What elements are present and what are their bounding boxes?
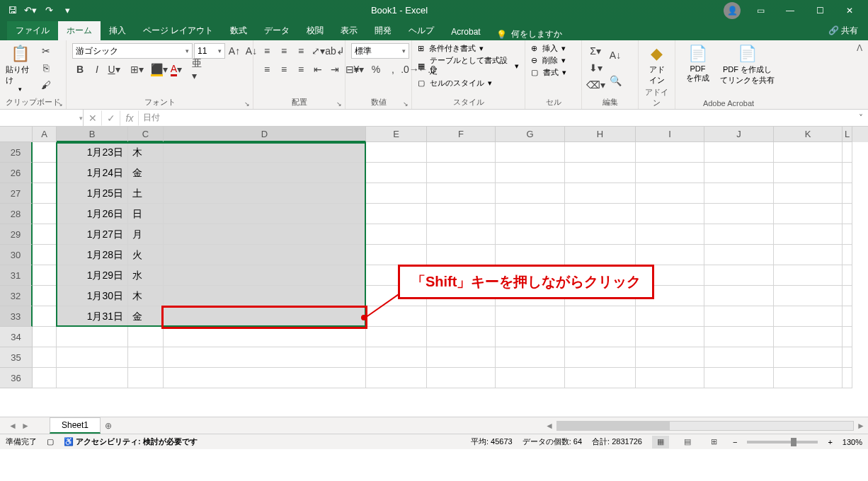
orientation-icon[interactable]: ⤢▾ [310,43,326,59]
borders-icon[interactable]: ⊞▾ [129,62,144,77]
page-break-view-icon[interactable]: ⊞ [706,436,723,448]
cell-C29[interactable]: 月 [128,224,164,245]
increase-indent-icon[interactable]: ⇥ [327,62,343,77]
cell-K29[interactable] [774,224,843,245]
cell-I29[interactable] [636,224,704,245]
cell-K35[interactable] [774,347,843,368]
cell-F30[interactable] [427,245,496,265]
dialog-launcher-icon[interactable]: ↘ [57,100,63,108]
cell-A27[interactable] [33,183,57,204]
cell-D27[interactable] [164,183,366,204]
cell-I27[interactable] [636,183,704,204]
tab-formulas[interactable]: 数式 [222,21,256,40]
cell-D34[interactable] [164,327,366,347]
cell-C31[interactable]: 水 [128,265,164,286]
format-as-table-button[interactable]: ▦ テーブルとして書式設定 ▾ [418,55,519,76]
cell-E28[interactable] [366,204,427,224]
zoom-in-icon[interactable]: + [828,438,832,446]
row-header-29[interactable]: 29 [0,224,33,245]
row-header-32[interactable]: 32 [0,286,33,306]
name-box[interactable]: ▾ [0,110,84,126]
page-layout-view-icon[interactable]: ▤ [679,436,696,448]
cell-A34[interactable] [33,327,57,347]
cell-L36[interactable] [843,368,852,388]
cell-C34[interactable] [128,327,164,347]
cell-A32[interactable] [33,286,57,306]
cell-G29[interactable] [496,224,565,245]
cell-H25[interactable] [565,142,636,163]
cell-F34[interactable] [427,327,496,347]
cell-C27[interactable]: 土 [128,183,164,204]
dialog-launcher-icon[interactable]: ↘ [403,100,409,108]
row-header-35[interactable]: 35 [0,347,33,368]
cell-F36[interactable] [427,368,496,388]
tab-file[interactable]: ファイル [7,21,58,40]
cell-A31[interactable] [33,265,57,286]
horizontal-scrollbar[interactable]: ◄ ► [542,420,868,431]
cell-J31[interactable] [704,265,774,286]
cell-H26[interactable] [565,163,636,183]
row-header-36[interactable]: 36 [0,368,33,388]
cell-I28[interactable] [636,204,704,224]
tab-help[interactable]: ヘルプ [400,21,442,40]
cell-C28[interactable]: 日 [128,204,164,224]
cut-icon[interactable]: ✂ [38,43,54,59]
row-header-31[interactable]: 31 [0,265,33,286]
cell-F33[interactable] [427,306,496,327]
cell-H30[interactable] [565,245,636,265]
row-header-30[interactable]: 30 [0,245,33,265]
cell-D26[interactable] [164,163,366,183]
create-pdf-button[interactable]: 📄 PDF を作成 [681,43,714,83]
cell-H36[interactable] [565,368,636,388]
cell-B26[interactable]: 1月24日 [57,163,128,183]
tab-review[interactable]: 校閲 [298,21,332,40]
cell-E25[interactable] [366,142,427,163]
row-header-27[interactable]: 27 [0,183,33,204]
align-right-icon[interactable]: ≡ [293,62,309,77]
collapse-ribbon-icon[interactable]: ᐱ [851,40,868,109]
cell-F26[interactable] [427,163,496,183]
cell-L25[interactable] [843,142,852,163]
dialog-launcher-icon[interactable]: ↘ [244,100,250,108]
paste-button[interactable]: 📋 貼り付け ▾ [6,43,34,93]
share-button[interactable]: 🔗 共有 [818,21,868,40]
cell-K27[interactable] [774,183,843,204]
cell-J26[interactable] [704,163,774,183]
undo-icon[interactable]: ↶▾ [23,3,38,18]
user-avatar-icon[interactable]: 👤 [724,2,741,19]
bold-icon[interactable]: B [72,62,88,77]
cell-B35[interactable] [57,347,128,368]
cell-I33[interactable] [636,306,704,327]
cell-L32[interactable] [843,286,852,306]
column-header-C[interactable]: C [128,127,164,142]
column-header-G[interactable]: G [496,127,565,142]
column-header-H[interactable]: H [565,127,636,142]
cell-G27[interactable] [496,183,565,204]
worksheet-grid[interactable]: ABCDEFGHIJKL 251月23日木261月24日金271月25日土281… [0,127,868,417]
zoom-slider[interactable] [747,441,818,444]
cell-E29[interactable] [366,224,427,245]
redo-icon[interactable]: ↷ [41,3,57,18]
accessibility-status[interactable]: ♿ アクセシビリティ: 検討が必要です [64,436,198,447]
ribbon-options-icon[interactable]: ▭ [746,0,775,21]
fill-color-icon[interactable]: ⬛▾ [152,62,167,77]
column-header-L[interactable]: L [843,127,852,142]
cell-J29[interactable] [704,224,774,245]
autosum-icon[interactable]: Σ▾ [588,43,603,59]
cell-B25[interactable]: 1月23日 [57,142,128,163]
tab-home[interactable]: ホーム [58,21,101,40]
cell-G34[interactable] [496,327,565,347]
qat-customize-icon[interactable]: ▾ [59,3,75,18]
cell-G36[interactable] [496,368,565,388]
align-top-icon[interactable]: ≡ [259,43,275,59]
tab-insert[interactable]: 挿入 [101,21,135,40]
cell-D31[interactable] [164,265,366,286]
cell-C25[interactable]: 木 [128,142,164,163]
cell-B36[interactable] [57,368,128,388]
column-header-F[interactable]: F [427,127,496,142]
copy-icon[interactable]: ⎘ [38,60,54,76]
cell-F35[interactable] [427,347,496,368]
cell-A25[interactable] [33,142,57,163]
cell-C30[interactable]: 火 [128,245,164,265]
cell-J25[interactable] [704,142,774,163]
